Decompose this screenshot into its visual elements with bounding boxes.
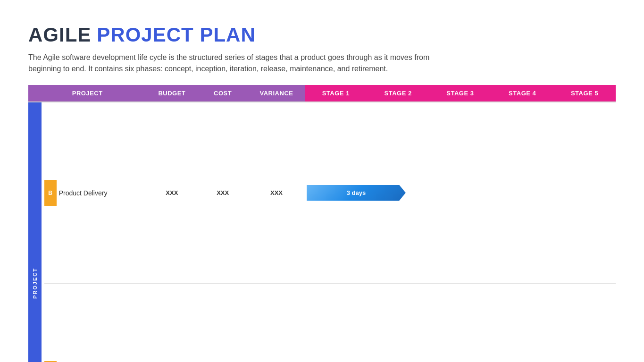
budget-value: XXX: [146, 284, 197, 362]
th-stage2: STAGE 2: [367, 85, 429, 102]
th-cost: COST: [197, 85, 248, 102]
stages-cell: 1 month: [305, 284, 616, 362]
cost-value: XXX: [197, 284, 248, 362]
gantt-arrow: 3 days: [307, 185, 406, 201]
table-row: PROJECTBProduct DeliveryXXXXXXXXX3 days: [28, 102, 616, 284]
title-agile: AGILE: [28, 24, 91, 46]
th-stage1: STAGE 1: [305, 85, 367, 102]
th-variance: VARIANCE: [248, 85, 305, 102]
th-budget: BUDGET: [146, 85, 197, 102]
cost-value: XXX: [197, 102, 248, 284]
project-name: Quality Assurance: [59, 284, 147, 362]
budget-value: XXX: [146, 102, 197, 284]
project-name: Product Delivery: [59, 102, 147, 284]
th-stage4: STAGE 4: [491, 85, 553, 102]
title-project-plan: PROJECT PLAN: [97, 24, 255, 46]
project-table: PROJECT BUDGET COST VARIANCE STAGE 1 STA…: [28, 85, 616, 362]
th-stage5: STAGE 5: [553, 85, 616, 102]
variance-value: XXX: [248, 284, 305, 362]
subtitle: The Agile software development life cycl…: [28, 52, 453, 75]
th-stage3: STAGE 3: [429, 85, 491, 102]
title-row: AGILE PROJECT PLAN: [28, 24, 616, 46]
slide: AGILE PROJECT PLAN The Agile software de…: [0, 0, 644, 362]
th-project: PROJECT: [28, 85, 146, 102]
table-row: AQuality AssuranceXXXXXXXXX1 month: [28, 284, 616, 362]
stages-cell: 3 days: [305, 102, 616, 284]
variance-value: XXX: [248, 102, 305, 284]
